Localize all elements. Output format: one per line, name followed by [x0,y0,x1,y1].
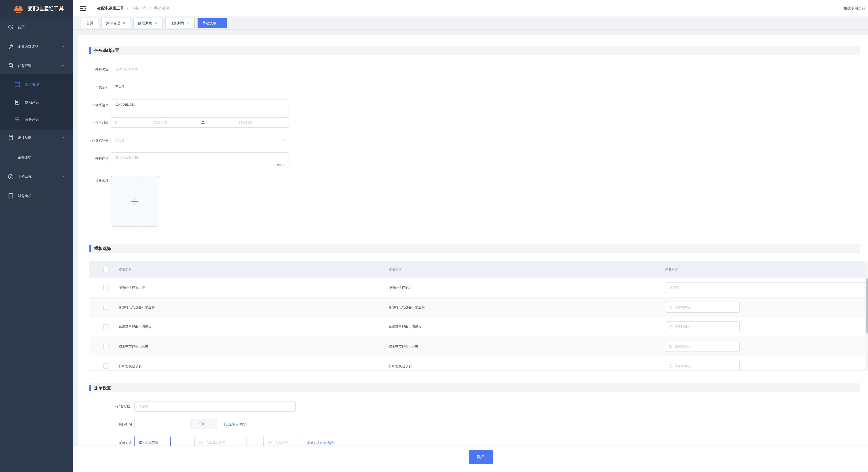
company-selector[interactable]: 测试专用企业 [843,0,868,17]
tab-label: 派单管理 [106,21,120,26]
close-icon[interactable] [219,22,222,25]
range-separator: 至 [202,120,205,125]
response-time-help-link[interactable]: 什么是响应时间? [222,422,247,426]
sidebar-item-device-maintenance[interactable]: 设备维护 [0,149,73,166]
row-checkbox[interactable] [103,344,108,349]
chevron-down-icon [281,138,285,142]
breadcrumb: 变配电运维工具 / 任务管理 / 手动派单 [97,0,169,17]
document-list-icon [14,99,21,106]
task-name-input[interactable] [111,64,289,74]
breadcrumb-separator: / [150,6,151,10]
template-type-cell: 变电站电气设备日常巡检 [389,297,425,317]
task-image-label: 任务图片 [78,178,108,182]
start-date-placeholder: 开始日期 [121,120,199,125]
dispatch-method-group: 企业内部 电工班组承包 个人承揽 派单方式如何选择? [78,436,848,446]
row-checkbox[interactable] [103,363,108,369]
required-asterisk: * [96,85,98,89]
contact-label: *联系人 [78,85,108,90]
close-icon[interactable] [155,22,158,25]
sidebar-item-defect-list[interactable]: 缺陷列表 [0,94,73,111]
select-placeholder: 请选择 [115,138,281,142]
work-guide-select[interactable]: 请选择 [111,135,289,145]
select-placeholder: 请选择 [669,285,864,290]
image-upload-box[interactable] [111,176,159,227]
template-type-cell: 特殊巡视记录表 [389,356,412,371]
topbar: 变配电运维工具 / 任务管理 / 手动派单 测试专用企业 [73,0,868,17]
row-time-select[interactable]: 请选择 [665,282,865,293]
work-guide-label: 作业指导书 [78,139,108,143]
sidebar-item-dispatch-management[interactable]: 派单管理 [0,76,73,93]
task-time-range-picker[interactable]: 开始日期 至 结束日期 [111,117,289,128]
template-name-cell: 梅雨季节巡视记录表 [119,337,148,356]
sidebar-item-salary-system[interactable]: 工资系统 [0,168,73,185]
sidebar-item-statistics[interactable]: 统计功能 [0,129,73,146]
chevron-down-icon [61,136,65,140]
sidebar-item-task-list[interactable]: 任务列表 [0,111,73,128]
sidebar-item-label: 财务审核 [18,194,32,198]
template-type-cell: 高温季节配电房测温表 [389,317,422,337]
chevron-down-icon [288,405,291,408]
section-header-template: 模板选择 [89,244,860,253]
tab-dispatch-management[interactable]: 派单管理 [101,18,130,28]
sidebar-item-task-management[interactable]: 任务管理 [0,57,73,75]
close-icon[interactable] [123,22,125,25]
radio-selected-icon [139,441,143,444]
row-time-picker[interactable]: 任意时间点 [665,321,740,332]
row-checkbox[interactable] [103,285,108,290]
clock-icon [669,325,673,329]
table-row-partial: 特殊巡视记录表 特殊巡视记录表 任意时间点 [89,356,865,371]
column-header-type: 模版类型 [389,261,402,278]
breadcrumb-level1[interactable]: 任务管理 [131,6,147,11]
phone-label: *联系电话 [78,103,108,108]
phone-input[interactable] [111,100,289,110]
column-header-name: 模版名称 [119,261,132,278]
sidebar-item-enterprise-maintenance[interactable]: 企业内部维护 [0,38,73,55]
sidebar-item-finance-audit[interactable]: 财务审核 [0,187,73,205]
sidebar-item-label: 任务管理 [18,64,32,68]
section-header-dispatch: 派单设置 [89,383,860,392]
dispatch-method-help-link[interactable]: 派单方式如何选择? [307,441,335,445]
row-time-picker[interactable]: 任意时间点 [665,361,740,371]
task-type-select[interactable]: 请选择 [134,401,296,412]
select-placeholder: 请选择 [138,404,288,409]
row-checkbox[interactable] [103,304,108,310]
task-detail-label: 任务详情 [78,156,108,161]
app-title: 变配电运维工具 [27,0,64,17]
dispatch-submit-button[interactable]: 派单 [469,450,493,464]
table-scrollbar-thumb[interactable] [866,278,868,333]
list-icon [14,116,21,122]
breadcrumb-root[interactable]: 变配电运维工具 [97,6,124,11]
required-asterisk: * [115,405,116,409]
template-name-cell: 高温季节配电房测温表 [119,317,152,337]
sidebar-item-label: 任务列表 [25,117,39,122]
method-option-individual[interactable]: 个人承揽 [264,436,303,446]
sidebar-collapse-icon[interactable] [79,4,87,12]
task-detail-textarea[interactable] [111,153,289,169]
phone-input-wrap [111,99,289,110]
sidebar: 变配电运维工具 首页 企业内部维护 任务管理 派单管理 缺陷列表 任务列表 [0,0,73,472]
tab-defect-list[interactable]: 缺陷列表 [133,18,162,28]
row-time-picker[interactable]: 任意时间点 [665,341,740,352]
contact-input[interactable] [111,82,289,92]
row-time-picker[interactable]: 任意时间点 [665,302,740,313]
row-checkbox[interactable] [103,324,108,329]
response-unit-select[interactable]: 分钟 [191,419,217,429]
tab-task-list[interactable]: 任务列表 [165,18,195,28]
tab-manual-dispatch[interactable]: 手动派单 [197,18,227,28]
response-time-label: 响应时间 [78,422,132,427]
method-option-internal[interactable]: 企业内部 [134,436,170,446]
task-detail-textarea-wrap: 0/100 [111,152,289,169]
response-time-input[interactable] [134,419,191,429]
method-option-electrician-team[interactable]: 电工班组承包 [194,436,247,446]
sidebar-item-label: 统计功能 [18,135,32,140]
tab-home[interactable]: 首页 [82,18,98,28]
yuan-coin-icon [8,174,14,180]
clock-icon [669,344,673,349]
close-icon[interactable] [187,22,190,25]
select-all-checkbox[interactable] [103,267,108,272]
radio-label: 企业内部 [145,440,158,445]
table-scrollbar[interactable] [865,261,868,371]
end-date-placeholder: 结束日期 [207,120,285,125]
sidebar-item-home[interactable]: 首页 [0,19,73,36]
table-row: 变电站运行记录表 变电站运行记录 请选择 [89,278,865,297]
